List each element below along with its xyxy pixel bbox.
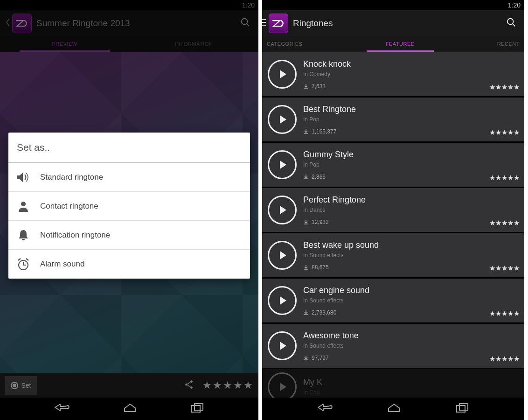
ringtone-row[interactable]: Knock knockIn Comedy7,633★★★★★ xyxy=(262,52,524,98)
bell-icon xyxy=(15,229,32,242)
play-icon xyxy=(276,249,288,261)
ringtone-category: In Dance xyxy=(303,207,519,213)
play-icon xyxy=(276,340,288,352)
ringtone-category: In Sound effects xyxy=(303,252,519,259)
rating-stars[interactable]: ★★★★★ xyxy=(202,379,254,392)
rating-stars: ★★★★★ xyxy=(489,174,520,182)
option-label: Alarm sound xyxy=(40,259,84,269)
tab-preview[interactable]: PREVIEW xyxy=(0,36,129,52)
ringtone-category: In Cou xyxy=(303,389,519,396)
ringtone-row[interactable]: My KIn Cou xyxy=(262,369,524,398)
dialog-title: Set as.. xyxy=(8,133,250,163)
tab-categories[interactable]: CATEGORIES xyxy=(264,36,311,52)
status-bar: 1:20 xyxy=(0,0,258,10)
chevron-left-icon xyxy=(6,18,10,27)
option-contact-ringtone[interactable]: Contact ringtone xyxy=(8,192,250,221)
ringtone-title: Car engine sound xyxy=(303,286,519,295)
clock: 1:20 xyxy=(242,1,255,9)
option-notification-ringtone[interactable]: Notification ringtone xyxy=(8,221,250,250)
svg-line-7 xyxy=(18,259,21,260)
speaker-icon xyxy=(15,171,32,183)
nav-recents[interactable] xyxy=(456,403,470,415)
option-label: Contact ringtone xyxy=(40,202,98,211)
rating-stars: ★★★★★ xyxy=(489,264,520,273)
ringtone-info: Awesome toneIn Sound effects97,797 xyxy=(303,331,519,361)
back-icon xyxy=(317,402,333,413)
play-button[interactable] xyxy=(268,150,297,179)
tab-featured[interactable]: FEATURED xyxy=(363,36,438,52)
recents-icon xyxy=(191,403,205,413)
share-button[interactable] xyxy=(184,379,194,392)
tab-recent[interactable]: RECENT xyxy=(490,36,522,52)
ringtone-category: In Sound effects xyxy=(303,297,519,304)
ringtone-category: In Pop xyxy=(303,116,519,123)
nav-home[interactable] xyxy=(387,402,401,415)
page-title: Ringtones xyxy=(293,18,502,28)
rating-stars: ★★★★★ xyxy=(489,219,520,227)
ringtone-row[interactable]: Gummy StyleIn Pop2,866★★★★★ xyxy=(262,143,524,188)
action-bar: Set ★★★★★ xyxy=(0,373,258,398)
download-icon xyxy=(303,219,309,225)
ringtone-title: Best wake up sound xyxy=(303,240,519,250)
play-icon xyxy=(276,113,288,126)
nav-bar xyxy=(262,398,524,420)
svg-line-13 xyxy=(187,385,190,387)
ringtone-info: Gummy StyleIn Pop2,866 xyxy=(303,150,519,180)
nav-back[interactable] xyxy=(54,402,69,415)
back-icon xyxy=(54,402,69,413)
ringtone-title: Gummy Style xyxy=(303,150,519,160)
svg-rect-18 xyxy=(457,406,465,412)
play-button[interactable] xyxy=(268,286,297,315)
play-button[interactable] xyxy=(268,60,297,89)
option-standard-ringtone[interactable]: Standard ringtone xyxy=(8,163,250,192)
ringtone-list[interactable]: Knock knockIn Comedy7,633★★★★★Best Ringt… xyxy=(262,52,524,398)
ringtone-category: In Sound effects xyxy=(303,343,519,349)
set-button[interactable]: Set xyxy=(5,376,37,395)
ringtone-row[interactable]: Awesome toneIn Sound effects97,797★★★★★ xyxy=(262,324,524,369)
nav-recents[interactable] xyxy=(191,403,205,415)
svg-rect-19 xyxy=(459,404,468,410)
ringtone-row[interactable]: Perfect RingtoneIn Dance12,932★★★★★ xyxy=(262,188,524,233)
person-icon xyxy=(15,200,32,212)
drawer-handle[interactable] xyxy=(262,13,266,32)
ringtone-row[interactable]: Best RingtoneIn Pop1,165,377★★★★★ xyxy=(262,98,524,143)
play-icon xyxy=(276,68,288,80)
rating-stars: ★★★★★ xyxy=(489,355,520,363)
play-button[interactable] xyxy=(268,105,297,134)
set-label: Set xyxy=(21,382,31,389)
option-label: Standard ringtone xyxy=(40,173,103,182)
play-button[interactable] xyxy=(268,196,297,224)
option-alarm-sound[interactable]: Alarm sound xyxy=(8,250,250,279)
play-button[interactable] xyxy=(268,331,297,360)
play-button[interactable] xyxy=(268,372,297,398)
set-as-dialog: Set as.. Standard ringtone Contact ringt… xyxy=(8,133,250,279)
radio-icon xyxy=(11,382,18,389)
ringtone-info: Best wake up soundIn Sound effects88,675 xyxy=(303,240,519,271)
nav-back[interactable] xyxy=(317,402,333,415)
back-button[interactable] xyxy=(4,18,12,29)
nav-bar xyxy=(0,398,258,420)
download-count: 88,675 xyxy=(303,264,519,271)
svg-line-8 xyxy=(26,259,28,260)
share-icon xyxy=(184,379,194,390)
alarm-icon xyxy=(15,258,32,271)
search-button[interactable] xyxy=(236,17,255,29)
ringtone-row[interactable]: Best wake up soundIn Sound effects88,675… xyxy=(262,233,524,279)
app-logo[interactable] xyxy=(269,14,288,33)
nav-home[interactable] xyxy=(123,402,137,415)
tab-information[interactable]: INFORMATION xyxy=(129,36,258,52)
ringtone-info: Knock knockIn Comedy7,633 xyxy=(303,59,519,90)
zedge-logo-icon xyxy=(271,19,285,28)
download-icon xyxy=(303,355,309,361)
search-button[interactable] xyxy=(502,17,521,29)
download-count: 7,633 xyxy=(303,83,519,90)
list-tabs: CATEGORIES FEATURED RECENT xyxy=(262,36,524,52)
play-button[interactable] xyxy=(268,241,297,270)
clock: 1:20 xyxy=(508,1,521,9)
ringtone-row[interactable]: Car engine soundIn Sound effects2,733,68… xyxy=(262,279,524,324)
svg-point-9 xyxy=(185,384,188,386)
ringtone-title: My K xyxy=(303,378,519,387)
ringtone-info: My KIn Cou xyxy=(303,378,519,396)
ringtone-category: In Pop xyxy=(303,161,519,168)
app-logo[interactable] xyxy=(12,14,32,33)
